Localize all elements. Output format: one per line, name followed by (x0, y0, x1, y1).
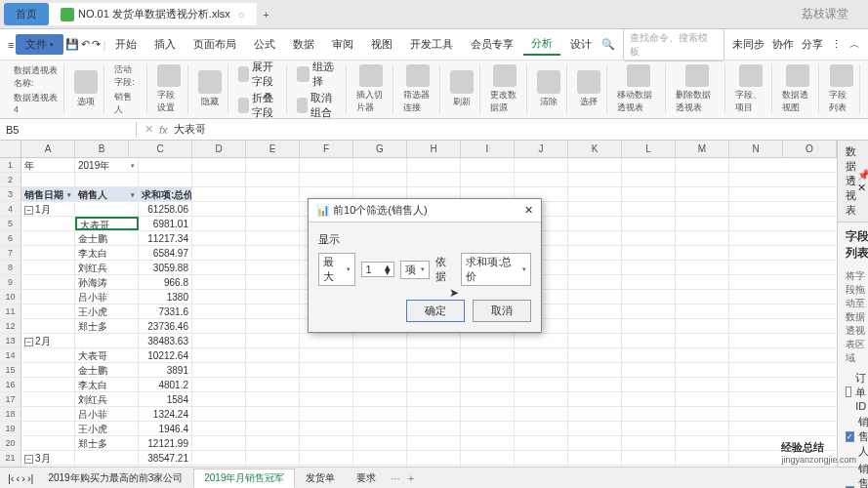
col-header-F[interactable]: F (300, 141, 353, 157)
cell[interactable] (622, 436, 676, 450)
field-item[interactable]: ✓销售日期 (846, 462, 868, 488)
cell[interactable] (192, 173, 246, 186)
fx-icon[interactable]: fx (159, 124, 168, 136)
checkbox[interactable] (846, 386, 851, 397)
cell[interactable] (568, 246, 622, 260)
row-number[interactable]: 17 (0, 392, 21, 406)
cell[interactable] (676, 246, 729, 260)
cell[interactable] (192, 392, 246, 406)
cancel-formula-icon[interactable]: ✕ (145, 123, 153, 136)
cell[interactable] (461, 422, 515, 435)
ribbon-refresh[interactable]: 刷新 (444, 64, 480, 114)
tab-close-icon[interactable]: ○ (238, 9, 245, 20)
ribbon-slicer[interactable]: 插入切片器 (351, 64, 393, 114)
cell[interactable] (622, 261, 676, 274)
cell[interactable] (515, 378, 568, 391)
cell[interactable] (622, 173, 676, 186)
col-header-O[interactable]: O (783, 141, 837, 157)
sheet-next-icon[interactable]: › (21, 472, 25, 484)
cell[interactable] (192, 348, 246, 362)
cell[interactable] (676, 173, 729, 186)
col-header-E[interactable]: E (246, 141, 300, 157)
cell[interactable]: 38547.21 (139, 451, 192, 465)
row-number[interactable]: 1 (0, 158, 21, 172)
cell[interactable]: 大表哥 (75, 466, 139, 467)
field-item[interactable]: 订单ID (846, 371, 868, 412)
cell[interactable] (515, 407, 568, 421)
cell[interactable] (676, 275, 729, 289)
cell[interactable] (300, 378, 353, 391)
cell[interactable] (568, 422, 622, 435)
menu-设计[interactable]: 设计 (562, 34, 599, 55)
cell[interactable] (192, 217, 246, 230)
row-number[interactable]: 11 (0, 305, 21, 318)
cell[interactable] (353, 348, 407, 362)
cell[interactable] (192, 305, 246, 318)
cell[interactable] (515, 363, 568, 377)
cell[interactable] (622, 466, 676, 467)
cell[interactable] (21, 363, 75, 377)
row-number[interactable]: 19 (0, 422, 21, 435)
cell[interactable]: 李太白 (75, 246, 139, 260)
cell[interactable] (676, 231, 729, 245)
cell[interactable] (192, 334, 246, 347)
cell[interactable] (21, 261, 75, 274)
menu-分析[interactable]: 分析 (523, 33, 560, 56)
cell[interactable] (407, 158, 461, 172)
cell[interactable] (407, 392, 461, 406)
cell[interactable] (461, 466, 515, 467)
cell[interactable] (676, 261, 729, 274)
cell[interactable] (246, 436, 300, 450)
cell[interactable]: 李太白 (75, 378, 139, 391)
row-number[interactable]: 20 (0, 436, 21, 450)
cell[interactable] (353, 378, 407, 391)
cell[interactable] (246, 407, 300, 421)
col-header-H[interactable]: H (407, 141, 461, 157)
cell[interactable] (568, 275, 622, 289)
cell[interactable]: 6981.01 (139, 217, 192, 230)
cell[interactable] (622, 290, 676, 304)
ribbon-change-src[interactable]: 更改数据源 (484, 64, 527, 114)
ribbon-options[interactable]: 选项 (68, 64, 104, 114)
dialog-close-icon[interactable]: ✕ (524, 204, 533, 217)
col-header-K[interactable]: K (568, 141, 622, 157)
redo-icon[interactable]: ↷ (92, 38, 101, 51)
cell[interactable] (676, 158, 729, 172)
cell[interactable]: 2019年 (75, 158, 139, 172)
select-all-corner[interactable] (0, 141, 21, 157)
cell[interactable] (622, 231, 676, 245)
cell[interactable] (568, 231, 622, 245)
row-number[interactable]: 21 (0, 451, 21, 465)
col-header-C[interactable]: C (129, 141, 192, 157)
cell[interactable] (21, 275, 75, 289)
cell[interactable] (622, 348, 676, 362)
cell[interactable] (353, 451, 407, 465)
cell[interactable] (192, 158, 246, 172)
col-header-J[interactable]: J (515, 141, 568, 157)
cell[interactable] (622, 392, 676, 406)
cell[interactable]: 金士鹏 (75, 363, 139, 377)
cell[interactable] (21, 392, 75, 406)
cell[interactable] (622, 451, 676, 465)
col-header-A[interactable]: A (21, 141, 75, 157)
cell[interactable] (300, 422, 353, 435)
cell[interactable] (192, 363, 246, 377)
menu-页面布局[interactable]: 页面布局 (186, 34, 244, 55)
cell[interactable]: 3059.88 (139, 261, 192, 274)
cell[interactable] (75, 173, 139, 186)
cell[interactable] (246, 305, 300, 318)
row-number[interactable]: 12 (0, 319, 21, 333)
cell[interactable] (622, 319, 676, 333)
row-number[interactable]: 10 (0, 290, 21, 304)
cell[interactable] (676, 305, 729, 318)
cell[interactable]: 3891 (139, 363, 192, 377)
cell[interactable] (300, 392, 353, 406)
col-header-G[interactable]: G (353, 141, 407, 157)
cell[interactable] (407, 436, 461, 450)
cell[interactable] (676, 334, 729, 347)
panel-close-icon[interactable]: ✕ (857, 182, 866, 193)
cell[interactable] (676, 348, 729, 362)
row-number[interactable]: 9 (0, 275, 21, 289)
cell[interactable] (21, 173, 75, 186)
cell[interactable] (300, 407, 353, 421)
